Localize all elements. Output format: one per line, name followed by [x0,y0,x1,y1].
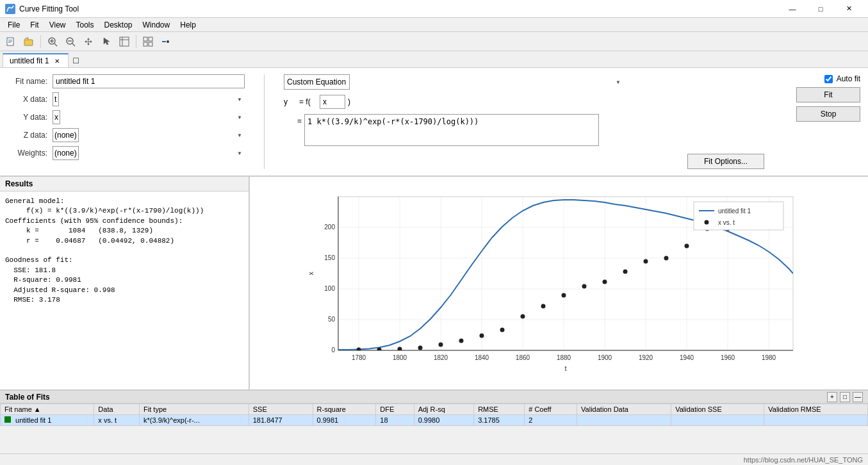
menu-tools[interactable]: Tools [70,19,99,31]
chart-container: 0 50 100 150 200 1780 1800 1820 1840 186… [300,190,819,376]
tab-untitled-fit-1[interactable]: untitled fit 1 ✕ [3,53,69,67]
col-fit-type[interactable]: Fit type [140,404,249,415]
toolbar-zoom-out-btn[interactable] [62,34,79,49]
equation-type-select[interactable]: Custom Equation [284,74,350,90]
auto-fit-checkbox[interactable] [824,75,833,83]
table-row[interactable]: untitled fit 1 x vs. t k*(3.9/k)^exp(-r-… [1,415,868,426]
toolbar-zoom-in-btn[interactable] [44,34,61,49]
svg-text:100: 100 [324,285,335,292]
toolbar [0,32,868,51]
tab-close-button[interactable]: ✕ [53,56,61,65]
toolbar-legend-btn[interactable] [158,34,174,49]
window-controls[interactable]: — □ ✕ [778,0,863,18]
table-min-btn[interactable]: — [853,392,863,402]
col-r-square[interactable]: R-square [313,404,376,415]
menu-fit[interactable]: Fit [25,19,44,31]
svg-point-54 [643,259,648,264]
content-area: Results General model: f(x) = k*((3.9/k)… [0,177,868,389]
svg-point-50 [561,293,566,298]
title-bar: Curve Fitting Tool — □ ✕ [0,0,868,18]
close-button[interactable]: ✕ [835,0,863,18]
z-data-select[interactable]: (none) [53,128,79,142]
table-controls: + □ — [827,392,863,402]
table-restore-btn[interactable]: □ [840,392,850,402]
menu-bar: File Fit View Tools Desktop Window Help [0,18,868,32]
col-adj-r-sq[interactable]: Adj R-sq [414,404,474,415]
y-data-select[interactable]: x [53,110,60,124]
svg-point-51 [582,284,586,289]
toolbar-pan-btn[interactable] [80,34,97,49]
col-val-data[interactable]: Validation Data [577,404,671,415]
svg-rect-18 [149,42,152,46]
eq-x-input[interactable] [320,95,345,109]
svg-point-41 [377,348,381,352]
fit-name-input[interactable] [53,74,245,88]
fit-options-button[interactable]: Fit Options... [687,154,764,169]
col-data[interactable]: Data [94,404,140,415]
col-fit-name[interactable]: Fit name ▲ [1,404,94,415]
row-r-square: 0.9981 [313,415,376,426]
svg-point-81 [704,220,708,225]
col-dfe[interactable]: DFE [376,404,414,415]
row-dfe: 18 [376,415,414,426]
row-val-data [577,415,671,426]
svg-rect-3 [8,42,11,43]
svg-line-10 [72,44,75,46]
col-sse[interactable]: SSE [249,404,313,415]
weights-label: Weights: [8,149,53,158]
new-tab-button[interactable]: □ [69,53,83,67]
svg-text:0: 0 [331,347,335,354]
eq-fc-label: = f( [299,97,317,106]
svg-point-40 [356,348,361,352]
row-color-dot [4,416,11,423]
toolbar-select-btn[interactable] [98,34,115,49]
svg-text:1960: 1960 [720,354,735,361]
z-data-label: Z data: [8,131,53,140]
weights-select[interactable]: (none) [53,146,79,160]
menu-file[interactable]: File [3,19,25,31]
svg-text:1980: 1980 [761,354,776,361]
svg-rect-4 [24,40,33,45]
row-n-coeff: 2 [525,415,577,426]
svg-text:1820: 1820 [433,354,448,361]
menu-desktop[interactable]: Desktop [99,19,138,31]
tabs-bar: untitled fit 1 ✕ □ [0,51,868,68]
row-sse: 181.8477 [249,415,313,426]
table-scroll[interactable]: Fit name ▲ Data Fit type SSE R-square DF… [0,404,868,453]
auto-fit-label[interactable]: Auto fit [837,74,860,83]
equation-formula-textarea[interactable]: 1 k*((3.9/k)^exp(-r*(x-1790)/log(k))) [304,114,599,146]
svg-point-45 [459,339,463,343]
col-rmse[interactable]: RMSE [474,404,525,415]
menu-help[interactable]: Help [175,19,201,31]
col-val-sse[interactable]: Validation SSE [671,404,764,415]
svg-point-47 [500,328,504,332]
minimize-button[interactable]: — [778,0,807,18]
row-val-rmse [764,415,868,426]
svg-text:1880: 1880 [556,354,571,361]
svg-text:200: 200 [324,224,335,231]
svg-rect-17 [143,42,147,46]
col-n-coeff[interactable]: # Coeff [525,404,577,415]
toolbar-grid-btn[interactable] [140,34,156,49]
toolbar-new-btn[interactable] [3,34,19,49]
col-val-rmse[interactable]: Validation RMSE [764,404,868,415]
top-right-controls: Auto fit Fit Stop [777,74,860,169]
maximize-button[interactable]: □ [807,0,835,18]
svg-point-56 [684,244,689,249]
menu-view[interactable]: View [44,19,71,31]
stop-button[interactable]: Stop [796,106,860,122]
x-data-select[interactable]: t [53,92,59,106]
table-add-btn[interactable]: + [827,392,837,402]
chart-area: 0 50 100 150 200 1780 1800 1820 1840 186… [250,177,868,389]
menu-window[interactable]: Window [138,19,176,31]
svg-point-20 [167,40,169,43]
main-content: Fit name: X data: t Y data: x [0,68,868,465]
fit-button[interactable]: Fit [796,87,860,102]
svg-point-44 [438,343,443,347]
svg-rect-2 [8,41,12,42]
svg-text:1920: 1920 [638,354,653,361]
toolbar-data-btn[interactable] [116,34,133,49]
svg-rect-12 [120,37,129,46]
y-data-label: Y data: [8,113,53,122]
toolbar-open-btn[interactable] [20,34,37,49]
